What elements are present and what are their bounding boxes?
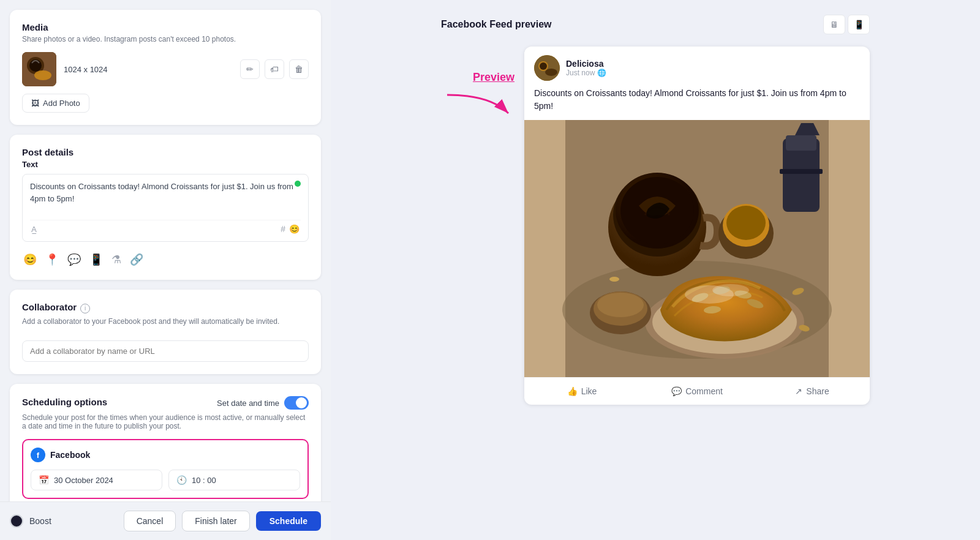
left-panel: Media Share photos or a video. Instagram… [0,0,331,540]
media-title: Media [22,22,309,32]
sched-header: Scheduling options Set date and time [22,396,309,410]
post-details-title: Post details [22,147,309,157]
add-photo-icon: 🖼 [31,99,39,108]
boost-label: Boost [29,516,118,526]
edit-media-button[interactable]: ✏ [240,59,260,79]
date-time-row: 📅 30 October 2024 🕙 10 : 00 [31,470,300,490]
comment-button[interactable]: 💬 Comment [639,380,755,402]
toggle-row: Set date and time [217,396,309,410]
media-size: 1024 x 1024 [64,65,233,74]
page-name: Deliciosa [566,59,860,69]
post-text-input[interactable] [30,181,301,217]
svg-point-19 [726,206,766,240]
right-panel: Facebook Feed preview 🖥 📱 Preview [331,0,980,540]
time-value: 10 : 00 [192,476,216,485]
date-time-toggle[interactable] [284,396,309,410]
scheduling-title: Scheduling options [22,397,107,407]
media-card: Media Share photos or a video. Instagram… [10,10,321,125]
like-icon: 👍 [567,386,578,396]
footer-right: # 😊 [281,224,300,234]
fb-post-header: Deliciosa Just now 🌐 [524,47,870,87]
sched-desc: Schedule your post for the times when yo… [22,413,309,430]
svg-point-32 [712,284,749,296]
mobile-view-button[interactable]: 📱 [848,15,870,34]
facebook-post-card: Deliciosa Just now 🌐 Discounts on Croiss… [524,47,870,405]
emoji-toolbar: 😊 📍 💬 📱 ⚗ 🔗 [22,248,309,268]
text-area-wrapper: A̲ # 😊 [22,174,309,242]
flask-icon[interactable]: ⚗ [111,253,121,266]
desktop-view-button[interactable]: 🖥 [823,15,845,34]
add-photo-button[interactable]: 🖼 Add Photo [22,94,89,113]
media-thumb-row: 1024 x 1024 ✏ 🏷 🗑 [22,52,309,86]
svg-rect-21 [786,135,816,151]
preview-label: Preview [473,71,514,84]
smiley-icon[interactable]: 😊 [23,253,37,266]
globe-icon: 🌐 [597,69,606,77]
like-label: Like [581,386,597,396]
link-icon[interactable]: 🔗 [130,253,143,266]
share-icon: ↗ [795,386,802,396]
preview-title: Facebook Feed preview [441,19,552,30]
cancel-button[interactable]: Cancel [124,511,176,531]
share-label: Share [806,386,829,396]
like-button[interactable]: 👍 Like [524,380,639,402]
date-value: 30 October 2024 [54,476,113,485]
whatsapp-icon[interactable]: 📱 [89,253,103,266]
info-icon[interactable]: i [80,304,90,313]
schedule-button[interactable]: Schedule [256,511,321,531]
svg-rect-22 [780,169,823,174]
facebook-icon: f [31,448,45,462]
device-toggle: 🖥 📱 [823,15,870,34]
facebook-label: Facebook [50,450,90,460]
svg-point-8 [540,62,547,70]
collaborator-title: Collaborator [22,302,77,312]
format-icon: A̲ [31,225,37,234]
text-label: Text [22,160,309,169]
fb-post-meta: Deliciosa Just now 🌐 [566,59,860,77]
hashtag-icon[interactable]: # [281,224,285,234]
page-avatar [534,55,560,81]
collab-title-row: Collaborator i [22,302,309,315]
clock-icon: 🕙 [176,475,187,485]
facebook-schedule-box: f Facebook 📅 30 October 2024 🕙 10 : 00 [22,439,309,499]
preview-arrow [441,89,514,126]
boost-toggle[interactable] [10,514,23,528]
post-details-card: Post details Text A̲ # 😊 😊 📍 💬 📱 ⚗ 🔗 [10,135,321,280]
preview-area: Preview [441,47,870,405]
finish-later-button[interactable]: Finish later [182,511,249,531]
post-time: Just now 🌐 [566,69,860,77]
bottom-bar: Boost Cancel Finish later Schedule [0,501,331,540]
time-field[interactable]: 🕙 10 : 00 [168,470,300,490]
preview-header: Facebook Feed preview 🖥 📱 [441,15,870,34]
toggle-label: Set date and time [217,399,279,408]
emoji-icon[interactable]: 😊 [289,224,300,234]
fb-post-text: Discounts on Croissants today! Almond Cr… [524,87,870,120]
text-area-footer: A̲ # 😊 [30,220,301,235]
collaborator-card: Collaborator i Add a collaborator to you… [10,290,321,374]
comment-icon: 💬 [671,386,682,396]
svg-point-35 [609,277,619,282]
scheduling-card: Scheduling options Set date and time Sch… [10,384,321,511]
media-subtitle: Share photos or a video. Instagram posts… [22,35,309,43]
comment-label: Comment [685,386,723,396]
tag-media-button[interactable]: 🏷 [265,59,284,79]
location-icon[interactable]: 📍 [45,253,59,266]
fb-platform-row: f Facebook [31,448,300,462]
add-photo-label: Add Photo [43,99,80,108]
media-thumbnail [22,52,56,86]
collaborator-input[interactable] [22,340,309,362]
svg-point-7 [545,69,557,76]
fb-post-actions: 👍 Like 💬 Comment ↗ Share [524,377,870,405]
delete-media-button[interactable]: 🗑 [289,59,309,79]
svg-point-2 [34,70,51,80]
calendar-icon: 📅 [39,475,49,485]
date-field[interactable]: 📅 30 October 2024 [31,470,162,490]
messenger-icon[interactable]: 💬 [67,253,81,266]
collaborator-subtitle: Add a collaborator to your Facebook post… [22,317,309,326]
preview-label-area: Preview [441,47,514,126]
media-actions: ✏ 🏷 🗑 [240,59,309,79]
share-button[interactable]: ↗ Share [755,380,870,402]
fb-post-image [524,120,870,377]
status-dot [295,181,301,187]
svg-point-39 [597,293,644,317]
